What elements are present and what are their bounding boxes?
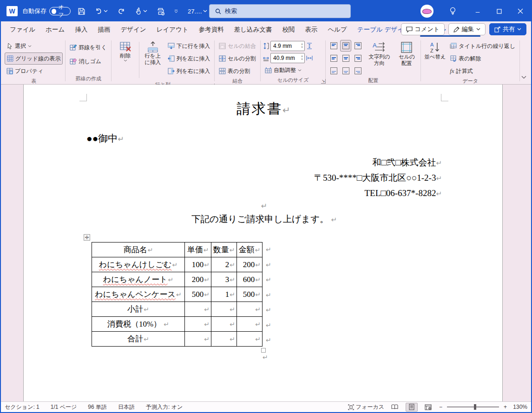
document-heading[interactable]: 請求書↵ xyxy=(86,99,442,118)
tab-mailings[interactable]: 差し込み文書 xyxy=(229,21,277,38)
column-width-spinner[interactable]: ˄˅ xyxy=(270,53,305,63)
align-center-button[interactable] xyxy=(340,52,351,64)
zoom-out-button[interactable]: − xyxy=(439,404,442,410)
item-name-cell: わにちゃんけしごむ↵ xyxy=(92,257,185,272)
align-top-left-button[interactable] xyxy=(328,40,339,52)
collapse-ribbon-button[interactable] xyxy=(521,74,526,80)
text-direction-icon: A xyxy=(372,41,386,53)
redo-button[interactable] xyxy=(115,5,127,18)
tab-file[interactable]: ファイル xyxy=(5,21,40,38)
tab-help[interactable]: ヘルプ xyxy=(322,21,352,38)
align-bottom-right-button[interactable] xyxy=(352,65,363,77)
cell-size-dialog-launcher[interactable]: ↘ xyxy=(321,79,326,84)
tell-me-button[interactable] xyxy=(442,1,463,21)
tab-view[interactable]: 表示 xyxy=(300,21,322,38)
split-cells-button[interactable]: セルの分割 xyxy=(217,52,258,65)
word-window: W 自動保存 オフ xyxy=(0,0,532,413)
split-table-icon xyxy=(219,68,226,74)
merge-cells-button[interactable]: セルの結合 xyxy=(217,40,258,52)
empty-cell: ↵ xyxy=(211,317,237,332)
sender-block[interactable]: 和□弐□株式会社↵ 〒530-****□大阪市北区○○1-2-3↵ TEL□06… xyxy=(86,155,442,201)
paragraph-mark: ↵ xyxy=(118,135,124,143)
save-button[interactable] xyxy=(75,5,88,18)
repeat-header-rows-button[interactable]: タイトル行の繰り返し xyxy=(448,40,517,52)
qat-customize-button[interactable] xyxy=(172,5,181,18)
document-canvas[interactable]: 請求書↵ ●●御中↵ 和□弐□株式会社↵ 〒530-****□大阪市北区○○1-… xyxy=(1,85,531,401)
select-button[interactable]: 選択 xyxy=(5,40,63,52)
zoom-level[interactable]: 130% xyxy=(512,404,527,410)
insert-above-button[interactable]: 行を上 に挿入 xyxy=(141,40,164,66)
delete-button[interactable]: 削除 xyxy=(114,40,137,62)
quick-print-button[interactable] xyxy=(154,5,167,18)
cell-margins-button[interactable]: セルの 配置 xyxy=(395,40,418,66)
tax-label-cell: 消費税（10%） ↵ xyxy=(92,317,185,332)
empty-cell: ↵ xyxy=(211,302,237,317)
split-table-button[interactable]: 表の分割 xyxy=(217,65,258,77)
account-avatar[interactable] xyxy=(420,5,433,18)
tab-home[interactable]: ホーム xyxy=(40,21,70,38)
align-center-right-button[interactable] xyxy=(352,52,363,64)
minimize-button[interactable]: – xyxy=(467,1,488,21)
tab-review[interactable]: 校閲 xyxy=(277,21,300,38)
read-mode-button[interactable] xyxy=(389,403,401,412)
tab-draw[interactable]: 描画 xyxy=(92,21,115,38)
align-center-left-button[interactable] xyxy=(328,52,339,64)
share-button[interactable]: 共有 xyxy=(489,23,526,35)
document-page[interactable]: 請求書↵ ●●御中↵ 和□弐□株式会社↵ 〒530-****□大阪市北区○○1-… xyxy=(23,85,503,401)
text-direction-button[interactable]: A 文字列の 方向 xyxy=(365,40,394,66)
align-bottom-center-button[interactable] xyxy=(340,65,351,77)
row-height-input[interactable] xyxy=(271,43,295,49)
status-word-count[interactable]: 96 単語 xyxy=(88,403,107,411)
formula-button[interactable]: fx 計算式 xyxy=(448,65,517,77)
insert-left-button[interactable]: 列を左に挿入 xyxy=(166,52,212,65)
table-move-handle[interactable]: ✛ xyxy=(84,234,90,241)
zoom-slider[interactable] xyxy=(447,406,499,407)
editing-mode-button[interactable]: 編集 xyxy=(448,23,486,35)
sender-tel-line: TEL□06-637*-8282↵ xyxy=(86,186,442,201)
touch-mode-button[interactable] xyxy=(132,5,150,18)
sort-button[interactable]: AZ 並べ替え xyxy=(423,40,447,60)
tab-references[interactable]: 参考資料 xyxy=(194,21,229,38)
close-button[interactable] xyxy=(510,1,531,21)
autosave-toggle[interactable]: 自動保存 オフ xyxy=(22,7,71,15)
search-input[interactable]: 検索 xyxy=(209,4,351,18)
message-line[interactable]: 下記の通りご請求申し上げます。 ↵ xyxy=(86,213,442,225)
table-properties-button[interactable]: プロパティ xyxy=(5,65,63,77)
comments-button[interactable]: コメント xyxy=(401,23,445,35)
table-resize-handle[interactable] xyxy=(261,348,266,353)
focus-mode-button[interactable]: フォーカス xyxy=(348,403,384,411)
word-app-icon[interactable]: W xyxy=(7,6,18,16)
maximize-button[interactable] xyxy=(488,1,510,21)
zoom-in-button[interactable]: + xyxy=(504,404,507,410)
insert-right-button[interactable]: 列を右に挿入 xyxy=(166,65,212,77)
row-height-spinner[interactable]: ˄˅ xyxy=(270,41,305,51)
align-top-right-button[interactable] xyxy=(352,40,363,52)
undo-button[interactable] xyxy=(92,5,110,18)
autofit-button[interactable]: 自動調整 xyxy=(263,64,323,76)
align-bottom-left-button[interactable] xyxy=(328,65,339,77)
status-language[interactable]: 日本語 xyxy=(118,403,135,411)
status-ime[interactable]: 予測入力: オン xyxy=(146,403,183,411)
recipient-line[interactable]: ●●御中↵ xyxy=(86,132,124,145)
print-layout-button[interactable] xyxy=(406,403,418,412)
eraser-button[interactable]: 消しゴム xyxy=(68,55,109,67)
chevron-down-icon xyxy=(521,76,526,79)
zoom-slider-thumb[interactable] xyxy=(474,404,476,410)
invoice-table[interactable]: 商品名↵ 単価↵ 数量↵ 金額↵ わにちゃんけしごむ↵ 100↵ 2↵ 200↵… xyxy=(92,242,263,347)
tab-layout[interactable]: レイアウト xyxy=(151,21,194,38)
tab-design[interactable]: デザイン xyxy=(115,21,151,38)
insert-below-button[interactable]: 下に行を挿入 xyxy=(166,40,212,52)
column-width-input[interactable] xyxy=(271,55,295,61)
web-layout-button[interactable] xyxy=(422,403,434,412)
status-page[interactable]: 1/1 ページ xyxy=(51,403,77,411)
status-section[interactable]: セクション: 1 xyxy=(5,403,39,411)
undo-icon xyxy=(95,7,103,15)
align-top-center-button[interactable] xyxy=(340,40,351,52)
document-title[interactable]: 27.… xyxy=(185,5,210,18)
group-label-cell-size: セルのサイズ ↘ xyxy=(261,76,325,85)
view-gridlines-button[interactable]: グリッド線の表示 xyxy=(5,52,63,65)
draw-table-button[interactable]: 罫線を引く xyxy=(68,41,109,53)
tab-insert[interactable]: 挿入 xyxy=(70,21,92,38)
convert-to-text-button[interactable]: 表の解除 xyxy=(448,52,517,65)
merge-cells-icon xyxy=(219,43,226,49)
